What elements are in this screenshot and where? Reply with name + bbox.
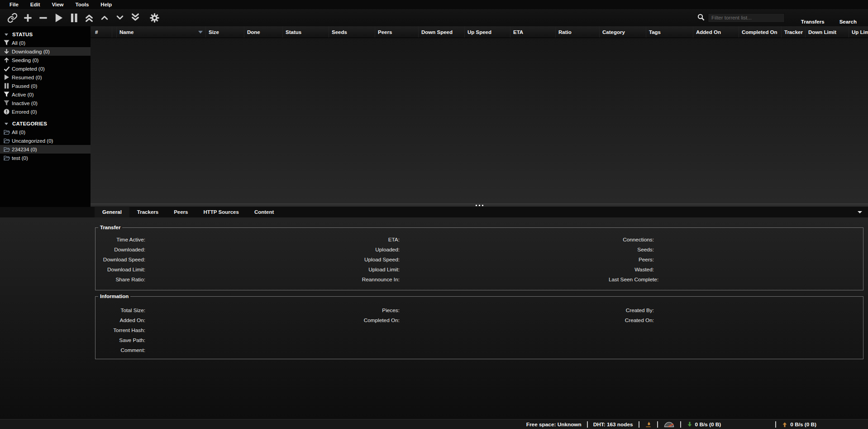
sidebar-item-downloading[interactable]: Downloading (0) — [0, 47, 91, 56]
column-header-ratio[interactable]: Ratio — [556, 26, 600, 38]
tab-content[interactable]: Content — [247, 207, 281, 217]
field-label: Connections: — [609, 236, 654, 243]
gear-icon — [149, 13, 160, 23]
column-header-up-limit[interactable]: Up Limit — [849, 26, 868, 38]
field-label: Wasted: — [609, 266, 654, 273]
sidebar-category-all[interactable]: All (0) — [0, 128, 91, 136]
move-up-button[interactable] — [97, 11, 112, 24]
column-header-icon[interactable] — [112, 26, 117, 38]
panel-collapse-icon[interactable] — [858, 211, 862, 213]
pause-icon — [70, 13, 78, 23]
column-header-up-speed[interactable]: Up Speed — [465, 26, 510, 38]
options-button[interactable] — [147, 11, 162, 24]
tab-peers[interactable]: Peers — [166, 207, 196, 217]
column-header-tags[interactable]: Tags — [646, 26, 693, 38]
search-icon — [697, 14, 705, 22]
categories-section-header[interactable]: CATEGORIES — [0, 120, 91, 128]
status-bar: Free space: Unknown DHT: 163 nodes 0 B/s… — [0, 419, 868, 429]
chevron-up-icon — [100, 14, 109, 21]
filter-group — [697, 9, 785, 26]
field-label: Pieces: — [354, 307, 400, 313]
menu-file[interactable]: File — [4, 2, 24, 7]
field-label: Share Ratio: — [95, 276, 145, 283]
field-label: Save Path: — [95, 337, 145, 343]
field-label: Completed On: — [354, 317, 400, 323]
properties-tab-bar: General Trackers Peers HTTP Sources Cont… — [0, 207, 868, 217]
menu-tools[interactable]: Tools — [70, 2, 95, 7]
column-header-done[interactable]: Done — [244, 26, 283, 38]
alt-speed-limits-toggle[interactable] — [663, 421, 675, 428]
column-header-name[interactable]: Name — [117, 26, 206, 38]
field-label: Last Seen Complete: — [609, 276, 654, 283]
column-header-eta[interactable]: ETA — [510, 26, 556, 38]
collapse-triangle-icon — [5, 123, 8, 125]
field-label: Peers: — [609, 256, 654, 263]
sidebar-item-resumed[interactable]: Resumed (0) — [0, 73, 91, 82]
sidebar-item-inactive[interactable]: Inactive (0) — [0, 99, 91, 107]
field-label: Upload Limit: — [354, 266, 400, 273]
column-header-status[interactable]: Status — [283, 26, 329, 38]
column-header-peers[interactable]: Peers — [375, 26, 419, 38]
sidebar-item-completed[interactable]: Completed (0) — [0, 64, 91, 73]
column-header-seeds[interactable]: Seeds — [329, 26, 375, 38]
arrow-down-icon — [3, 48, 10, 54]
field-label: Time Active: — [95, 236, 145, 243]
field-label: Download Limit: — [95, 266, 145, 273]
menu-view[interactable]: View — [46, 2, 70, 7]
add-torrent-link-button[interactable] — [5, 11, 20, 24]
field-label: Downloaded: — [95, 246, 145, 253]
field-label: Download Speed: — [95, 256, 145, 263]
pause-button[interactable] — [66, 11, 81, 24]
upload-arrow-icon — [782, 421, 788, 428]
filter-icon — [3, 40, 10, 46]
menu-help[interactable]: Help — [95, 2, 118, 7]
move-down-button[interactable] — [112, 11, 128, 24]
menu-edit[interactable]: Edit — [24, 2, 46, 7]
field-label: Added On: — [95, 317, 145, 323]
sidebar-category-test[interactable]: test (0) — [0, 154, 91, 162]
move-top-button[interactable] — [81, 11, 97, 24]
folder-icon — [3, 130, 10, 135]
status-section-header[interactable]: STATUS — [0, 30, 91, 39]
tab-general[interactable]: General — [95, 207, 129, 217]
filter-torrent-input[interactable] — [708, 13, 785, 23]
upload-speed-status[interactable]: 0 B/s (0 B) — [782, 421, 816, 428]
sidebar-item-all-status[interactable]: All (0) — [0, 39, 91, 47]
sidebar-item-label: test (0) — [12, 155, 28, 161]
information-fieldset: Information Total Size: Pieces: Created … — [95, 294, 863, 359]
sidebar-item-paused[interactable]: Paused (0) — [0, 82, 91, 90]
panel-splitter-handle[interactable] — [91, 203, 868, 207]
torrent-list-area: # Name Size Done Status Seeds Peers Down… — [91, 26, 868, 207]
folder-icon — [3, 155, 10, 161]
view-tab-transfers[interactable]: Transfers — [801, 18, 825, 26]
column-header-added-on[interactable]: Added On — [693, 26, 739, 38]
sidebar: STATUS All (0) Downloading (0) Seeding (… — [0, 26, 91, 207]
torrent-list-empty[interactable] — [91, 38, 868, 203]
resume-button[interactable] — [51, 11, 66, 24]
tab-http-sources[interactable]: HTTP Sources — [196, 207, 247, 217]
column-header-down-speed[interactable]: Down Speed — [419, 26, 465, 38]
sidebar-item-label: Active (0) — [12, 92, 34, 97]
tab-trackers[interactable]: Trackers — [129, 207, 166, 217]
move-bottom-button[interactable] — [128, 11, 143, 24]
sidebar-item-seeding[interactable]: Seeding (0) — [0, 56, 91, 64]
add-torrent-file-button[interactable] — [20, 11, 35, 24]
column-header-size[interactable]: Size — [206, 26, 244, 38]
column-header-category[interactable]: Category — [600, 26, 646, 38]
column-header-down-limit[interactable]: Down Limit — [806, 26, 849, 38]
categories-section-label: CATEGORIES — [12, 121, 47, 126]
delete-torrent-button[interactable] — [35, 11, 51, 24]
chevron-down-icon — [115, 14, 124, 21]
sidebar-category-uncategorized[interactable]: Uncategorized (0) — [0, 136, 91, 145]
sidebar-category-234234[interactable]: 234234 (0) — [0, 145, 91, 154]
column-header-completed-on[interactable]: Completed On — [739, 26, 782, 38]
folder-icon — [3, 147, 10, 152]
pause-icon — [3, 83, 10, 89]
field-label: Upload Speed: — [354, 256, 400, 263]
view-tab-search[interactable]: Search — [839, 18, 857, 26]
download-speed-status[interactable]: 0 B/s (0 B) — [687, 421, 721, 428]
column-header-tracker[interactable]: Tracker — [782, 26, 806, 38]
sidebar-item-errored[interactable]: Errored (0) — [0, 107, 91, 116]
column-header-number[interactable]: # — [91, 26, 112, 38]
sidebar-item-active[interactable]: Active (0) — [0, 90, 91, 99]
